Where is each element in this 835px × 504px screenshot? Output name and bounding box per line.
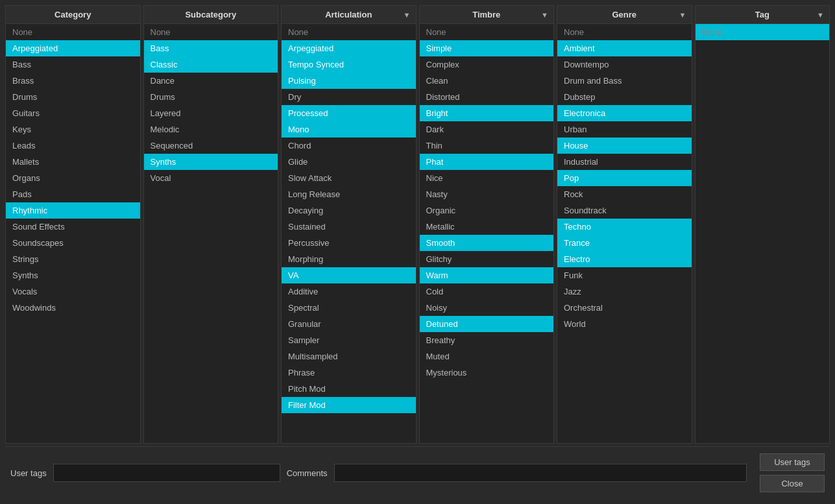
list-item-genre-14[interactable]: Electro bbox=[557, 251, 692, 267]
list-item-articulation-19[interactable]: Sampler bbox=[282, 332, 416, 348]
list-item-tag-0[interactable]: None bbox=[696, 24, 830, 40]
list-item-genre-8[interactable]: Industrial bbox=[557, 154, 692, 170]
list-item-articulation-23[interactable]: Filter Mod bbox=[282, 397, 416, 413]
list-item-articulation-15[interactable]: VA bbox=[282, 267, 416, 283]
list-item-subcategory-8[interactable]: Synths bbox=[144, 154, 278, 170]
list-item-timbre-8[interactable]: Phat bbox=[420, 154, 554, 170]
list-item-timbre-7[interactable]: Thin bbox=[420, 138, 554, 154]
user-tags-input[interactable] bbox=[53, 464, 280, 482]
list-item-articulation-7[interactable]: Chord bbox=[282, 138, 416, 154]
list-item-genre-3[interactable]: Drum and Bass bbox=[557, 73, 692, 89]
list-item-timbre-1[interactable]: Simple bbox=[420, 40, 554, 56]
list-item-category-14[interactable]: Strings bbox=[6, 251, 140, 267]
list-item-articulation-2[interactable]: Tempo Synced bbox=[282, 56, 416, 73]
list-item-genre-10[interactable]: Rock bbox=[557, 186, 692, 202]
list-item-articulation-4[interactable]: Dry bbox=[282, 89, 416, 105]
list-item-timbre-3[interactable]: Clean bbox=[420, 73, 554, 89]
list-item-articulation-12[interactable]: Sustained bbox=[282, 219, 416, 235]
list-item-timbre-11[interactable]: Organic bbox=[420, 202, 554, 219]
list-item-category-0[interactable]: None bbox=[6, 24, 140, 40]
list-item-genre-15[interactable]: Funk bbox=[557, 267, 692, 283]
list-item-subcategory-1[interactable]: Bass bbox=[144, 40, 278, 56]
list-item-genre-5[interactable]: Electronica bbox=[557, 105, 692, 121]
list-item-category-2[interactable]: Bass bbox=[6, 56, 140, 73]
list-item-timbre-21[interactable]: Mysterious bbox=[420, 365, 554, 381]
list-item-articulation-1[interactable]: Arpeggiated bbox=[282, 40, 416, 56]
list-item-articulation-9[interactable]: Slow Attack bbox=[282, 170, 416, 186]
column-header-genre[interactable]: Genre▼ bbox=[557, 6, 692, 24]
list-item-genre-16[interactable]: Jazz bbox=[557, 283, 692, 300]
list-item-genre-6[interactable]: Urban bbox=[557, 121, 692, 138]
list-item-genre-9[interactable]: Pop bbox=[557, 170, 692, 186]
list-item-timbre-12[interactable]: Metallic bbox=[420, 219, 554, 235]
list-item-articulation-3[interactable]: Pulsing bbox=[282, 73, 416, 89]
list-item-articulation-18[interactable]: Granular bbox=[282, 316, 416, 332]
list-item-timbre-10[interactable]: Nasty bbox=[420, 186, 554, 202]
list-item-subcategory-4[interactable]: Drums bbox=[144, 89, 278, 105]
list-item-timbre-14[interactable]: Glitchy bbox=[420, 251, 554, 267]
list-item-category-6[interactable]: Keys bbox=[6, 121, 140, 138]
list-item-articulation-11[interactable]: Decaying bbox=[282, 202, 416, 219]
list-item-category-4[interactable]: Drums bbox=[6, 89, 140, 105]
list-item-category-12[interactable]: Sound Effects bbox=[6, 219, 140, 235]
list-item-timbre-4[interactable]: Distorted bbox=[420, 89, 554, 105]
list-item-genre-2[interactable]: Downtempo bbox=[557, 56, 692, 73]
list-item-subcategory-0[interactable]: None bbox=[144, 24, 278, 40]
list-item-timbre-18[interactable]: Detuned bbox=[420, 316, 554, 332]
list-item-genre-4[interactable]: Dubstep bbox=[557, 89, 692, 105]
list-item-articulation-6[interactable]: Mono bbox=[282, 121, 416, 138]
list-item-genre-1[interactable]: Ambient bbox=[557, 40, 692, 56]
list-item-articulation-22[interactable]: Pitch Mod bbox=[282, 381, 416, 397]
list-item-subcategory-6[interactable]: Melodic bbox=[144, 121, 278, 138]
list-item-articulation-16[interactable]: Additive bbox=[282, 283, 416, 300]
list-item-articulation-0[interactable]: None bbox=[282, 24, 416, 40]
list-item-genre-0[interactable]: None bbox=[557, 24, 692, 40]
list-item-category-15[interactable]: Synths bbox=[6, 267, 140, 283]
list-item-subcategory-2[interactable]: Classic bbox=[144, 56, 278, 73]
list-item-timbre-6[interactable]: Dark bbox=[420, 121, 554, 138]
list-item-subcategory-5[interactable]: Layered bbox=[144, 105, 278, 121]
list-item-timbre-17[interactable]: Noisy bbox=[420, 300, 554, 316]
list-item-subcategory-9[interactable]: Vocal bbox=[144, 170, 278, 186]
list-item-genre-7[interactable]: House bbox=[557, 138, 692, 154]
list-item-genre-12[interactable]: Techno bbox=[557, 219, 692, 235]
list-item-category-8[interactable]: Mallets bbox=[6, 154, 140, 170]
list-item-subcategory-7[interactable]: Sequenced bbox=[144, 138, 278, 154]
list-item-category-3[interactable]: Brass bbox=[6, 73, 140, 89]
list-item-timbre-16[interactable]: Cold bbox=[420, 283, 554, 300]
list-item-genre-13[interactable]: Trance bbox=[557, 235, 692, 251]
list-item-timbre-20[interactable]: Muted bbox=[420, 348, 554, 365]
list-item-category-17[interactable]: Woodwinds bbox=[6, 300, 140, 316]
list-item-category-7[interactable]: Leads bbox=[6, 138, 140, 154]
list-item-timbre-9[interactable]: Nice bbox=[420, 170, 554, 186]
list-item-articulation-10[interactable]: Long Release bbox=[282, 186, 416, 202]
column-header-tag[interactable]: Tag▼ bbox=[696, 6, 830, 24]
list-item-articulation-20[interactable]: Multisampled bbox=[282, 348, 416, 365]
list-item-genre-17[interactable]: Orchestral bbox=[557, 300, 692, 316]
list-item-timbre-19[interactable]: Breathy bbox=[420, 332, 554, 348]
list-item-category-13[interactable]: Soundscapes bbox=[6, 235, 140, 251]
list-item-articulation-14[interactable]: Morphing bbox=[282, 251, 416, 267]
list-item-articulation-13[interactable]: Percussive bbox=[282, 235, 416, 251]
close-button[interactable]: Close bbox=[760, 475, 825, 492]
list-item-timbre-0[interactable]: None bbox=[420, 24, 554, 40]
list-item-timbre-13[interactable]: Smooth bbox=[420, 235, 554, 251]
column-header-timbre[interactable]: Timbre▼ bbox=[420, 6, 554, 24]
user-tags-button[interactable]: User tags bbox=[760, 453, 825, 471]
list-item-category-16[interactable]: Vocals bbox=[6, 283, 140, 300]
list-item-category-1[interactable]: Arpeggiated bbox=[6, 40, 140, 56]
list-item-category-9[interactable]: Organs bbox=[6, 170, 140, 186]
list-item-timbre-15[interactable]: Warm bbox=[420, 267, 554, 283]
list-item-genre-11[interactable]: Soundtrack bbox=[557, 202, 692, 219]
list-item-articulation-17[interactable]: Spectral bbox=[282, 300, 416, 316]
list-item-articulation-8[interactable]: Glide bbox=[282, 154, 416, 170]
list-item-articulation-5[interactable]: Processed bbox=[282, 105, 416, 121]
column-header-articulation[interactable]: Articulation▼ bbox=[282, 6, 416, 24]
list-item-timbre-2[interactable]: Complex bbox=[420, 56, 554, 73]
comments-input[interactable] bbox=[334, 464, 747, 482]
list-item-category-10[interactable]: Pads bbox=[6, 186, 140, 202]
list-item-articulation-21[interactable]: Phrase bbox=[282, 365, 416, 381]
list-item-timbre-5[interactable]: Bright bbox=[420, 105, 554, 121]
list-item-genre-18[interactable]: World bbox=[557, 316, 692, 332]
list-item-subcategory-3[interactable]: Dance bbox=[144, 73, 278, 89]
